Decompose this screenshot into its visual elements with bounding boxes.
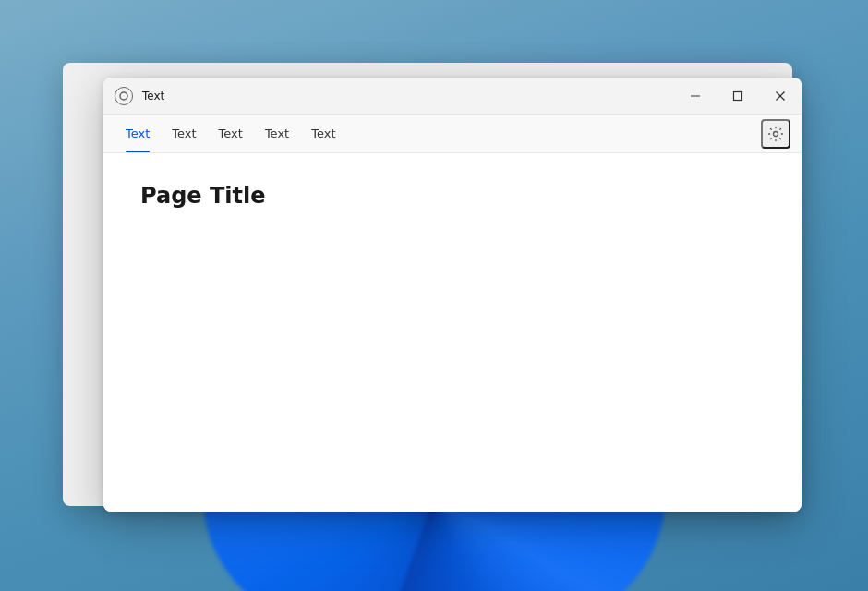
nav-tab-2[interactable]: Text <box>208 115 254 152</box>
nav-tab-1[interactable]: Text <box>161 115 207 152</box>
nav-tab-3[interactable]: Text <box>254 115 300 152</box>
title-bar: Text <box>103 78 802 115</box>
svg-point-0 <box>120 92 127 100</box>
nav-tabs: Text Text Text Text Text <box>115 115 761 152</box>
close-button[interactable] <box>759 78 802 115</box>
nav-tab-4[interactable]: Text <box>300 115 346 152</box>
window-controls <box>674 78 802 114</box>
page-title: Page Title <box>140 183 765 209</box>
nav-bar: Text Text Text Text Text <box>103 115 802 153</box>
settings-button[interactable] <box>761 119 790 149</box>
nav-tab-0[interactable]: Text <box>115 115 161 152</box>
svg-rect-2 <box>734 92 742 101</box>
maximize-button[interactable] <box>717 78 759 115</box>
content-area: Page Title <box>103 153 802 512</box>
main-window: Text Text <box>103 78 802 512</box>
minimize-button[interactable] <box>674 78 717 115</box>
gear-icon <box>767 126 784 142</box>
window-title: Text <box>142 90 674 103</box>
app-icon <box>115 87 133 105</box>
